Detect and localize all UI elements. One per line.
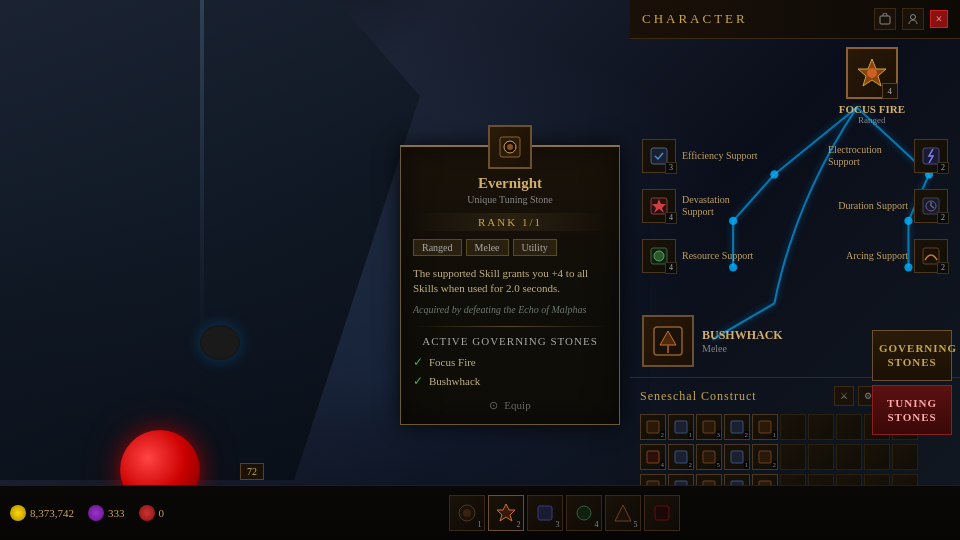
tooltip-description: The supported Skill grants you +4 to all…	[413, 266, 607, 297]
tooltip-item-name: Evernight	[413, 175, 607, 192]
stone-slot[interactable]	[892, 444, 918, 470]
electrocution-rank: 2	[937, 162, 949, 174]
svg-rect-34	[675, 421, 687, 433]
efficiency-rank: 3	[665, 162, 677, 174]
seneschal-title: Seneschal Construct	[640, 389, 757, 404]
stone-slot[interactable]: 2	[668, 444, 694, 470]
stone-slot[interactable]	[780, 444, 806, 470]
level-badge: 72	[240, 463, 264, 480]
skill-slot-2[interactable]: 2	[488, 495, 524, 531]
equip-icon: ⊙	[489, 399, 498, 412]
seneschal-icon-1[interactable]: ⚔	[834, 386, 854, 406]
devastation-support-icon[interactable]: 4	[642, 189, 676, 223]
tooltip-body: Evernight Unique Tuning Stone RANK 1/1 R…	[401, 147, 619, 424]
svg-rect-56	[655, 506, 669, 520]
character-header: CHARACTER ×	[630, 0, 960, 39]
item-tooltip: Evernight Unique Tuning Stone RANK 1/1 R…	[400, 145, 620, 425]
duration-support-icon[interactable]: 2	[914, 189, 948, 223]
skill-slot-1[interactable]: 1	[449, 495, 485, 531]
electrocution-support-icon[interactable]: 2	[914, 139, 948, 173]
equip-button[interactable]: ⊙ Equip	[413, 399, 607, 412]
architecture-bg	[0, 0, 420, 480]
header-icon-group: ×	[874, 8, 948, 30]
efficiency-support-node[interactable]: 3 Efficiency Support	[642, 139, 758, 173]
stone-slot[interactable]	[864, 444, 890, 470]
skill-slot-extra[interactable]	[644, 495, 680, 531]
focus-fire-label: FOCUS FIRE	[839, 103, 905, 115]
resource-support-label: Resource Support	[682, 250, 753, 262]
active-stones-title: ACTIVE GOVERNING STONES	[413, 335, 607, 347]
active-item-2: ✓ Bushwhack	[413, 374, 607, 389]
bushwhack-name: BUSHWHACK	[702, 328, 783, 343]
tooltip-item-icon	[488, 125, 532, 169]
skill-slot-5[interactable]: 5	[605, 495, 641, 531]
electrocution-support-node[interactable]: 2 Electrocution Support	[828, 139, 948, 173]
arcing-support-icon[interactable]: 2	[914, 239, 948, 273]
tuning-stones-button[interactable]: TUNING STONES	[872, 385, 952, 436]
svg-rect-37	[759, 421, 771, 433]
devastation-support-node[interactable]: 4 Devastation Support	[642, 189, 762, 223]
tag-utility: Utility	[513, 239, 557, 256]
skill-slot-3[interactable]: 3	[527, 495, 563, 531]
character-stats-icon-btn[interactable]	[902, 8, 924, 30]
inventory-icon-btn[interactable]	[874, 8, 896, 30]
stone-slot[interactable]	[836, 444, 862, 470]
stone-slot[interactable]: 1	[668, 414, 694, 440]
red-currency: 0	[139, 505, 165, 521]
bushwhack-icon[interactable]	[642, 315, 694, 367]
skill-slot-4[interactable]: 4	[566, 495, 602, 531]
svg-point-19	[867, 68, 877, 78]
svg-marker-53	[497, 504, 515, 521]
duration-support-node[interactable]: 2 Duration Support	[838, 189, 948, 223]
svg-point-52	[463, 509, 471, 517]
focus-fire-rank: 4	[884, 85, 898, 99]
svg-point-55	[577, 506, 591, 520]
tooltip-divider	[413, 326, 607, 327]
bushwhack-node[interactable]: BUSHWHACK Melee	[642, 315, 783, 367]
gold-icon	[10, 505, 26, 521]
stone-slot[interactable]: 5	[696, 444, 722, 470]
active-item-name-1: Focus Fire	[429, 356, 476, 368]
focus-fire-type: Ranged	[839, 115, 905, 125]
stone-slot[interactable]: 3	[696, 414, 722, 440]
stone-slot[interactable]: 1	[724, 444, 750, 470]
stone-row-2: 4 2 5 1 2	[640, 444, 950, 470]
arcing-support-label: Arcing Support	[846, 250, 908, 262]
check-icon-2: ✓	[413, 374, 423, 389]
central-skill-node[interactable]: 4 FOCUS FIRE Ranged	[839, 47, 905, 125]
tooltip-rank: RANK 1/1	[413, 213, 607, 231]
bushwhack-type: Melee	[702, 343, 783, 354]
skill-tree: 4 FOCUS FIRE Ranged 3 Efficiency Support…	[630, 39, 960, 377]
stone-slot[interactable]: 1	[752, 414, 778, 440]
active-item-name-2: Bushwhack	[429, 375, 480, 387]
tooltip-acquire-text: Acquired by defeating the Echo of Malpha…	[413, 303, 607, 316]
stone-slot[interactable]	[808, 414, 834, 440]
bushwhack-labels: BUSHWHACK Melee	[702, 328, 783, 354]
stone-slot[interactable]: 2	[724, 414, 750, 440]
stone-slot[interactable]	[836, 414, 862, 440]
svg-point-12	[770, 170, 778, 178]
arcing-support-node[interactable]: 2 Arcing Support	[846, 239, 948, 273]
resource-support-icon[interactable]: 4	[642, 239, 676, 273]
stone-slot[interactable]	[780, 414, 806, 440]
red-amount: 0	[159, 507, 165, 519]
focus-fire-icon[interactable]: 4	[846, 47, 898, 99]
active-item-1: ✓ Focus Fire	[413, 355, 607, 370]
resource-support-node[interactable]: 4 Resource Support	[642, 239, 753, 273]
svg-rect-33	[647, 421, 659, 433]
stone-slot[interactable]: 4	[640, 444, 666, 470]
stone-slot[interactable]	[808, 444, 834, 470]
stone-slot[interactable]: 2	[640, 414, 666, 440]
purple-currency-icon	[88, 505, 104, 521]
tooltip-item-type: Unique Tuning Stone	[413, 194, 607, 205]
gold-currency: 8,373,742	[10, 505, 74, 521]
efficiency-support-icon[interactable]: 3	[642, 139, 676, 173]
svg-rect-41	[731, 451, 743, 463]
character-panel-title: CHARACTER	[642, 11, 748, 27]
svg-rect-3	[880, 16, 890, 24]
close-button[interactable]: ×	[930, 10, 948, 28]
stone-slot[interactable]: 2	[752, 444, 778, 470]
tooltip-tags: Ranged Melee Utility	[413, 239, 607, 256]
svg-rect-39	[675, 451, 687, 463]
governing-stones-button[interactable]: GOVERNING STONES	[872, 330, 952, 381]
